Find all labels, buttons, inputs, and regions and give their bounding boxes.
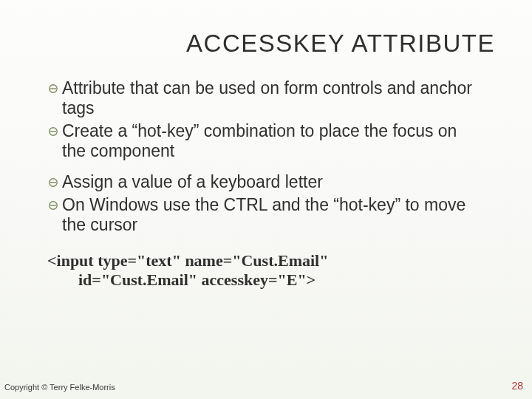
bullet-circle-icon bbox=[47, 200, 59, 211]
bullet-item: Create a “hot-key” combination to place … bbox=[47, 121, 474, 161]
bullet-text: On Windows use the CTRL and the “hot-key… bbox=[62, 195, 474, 235]
bullet-circle-icon bbox=[47, 83, 59, 95]
slide: ACCESSKEY ATTRIBUTE Attribute that can b… bbox=[0, 0, 532, 399]
code-line: <input type="text" name="Cust.Email" bbox=[47, 251, 474, 270]
bullet-text: Assign a value of a keyboard letter bbox=[62, 172, 474, 192]
page-number: 28 bbox=[511, 380, 523, 392]
slide-content: Attribute that can be used on form contr… bbox=[47, 78, 474, 290]
bullet-item: On Windows use the CTRL and the “hot-key… bbox=[47, 195, 474, 235]
bullet-circle-icon bbox=[47, 177, 59, 188]
bullet-text: Attribute that can be used on form contr… bbox=[62, 78, 474, 118]
bullet-item: Attribute that can be used on form contr… bbox=[47, 78, 474, 118]
copyright-text: Copyright © Terry Felke-Morris bbox=[4, 383, 115, 392]
bullet-text: Create a “hot-key” combination to place … bbox=[62, 121, 474, 161]
bullet-item: Assign a value of a keyboard letter bbox=[47, 172, 474, 192]
code-line: id="Cust.Email" accesskey="E"> bbox=[78, 270, 474, 290]
code-example: <input type="text" name="Cust.Email" id=… bbox=[47, 251, 474, 290]
bullet-circle-icon bbox=[47, 126, 59, 137]
slide-title: ACCESSKEY ATTRIBUTE bbox=[186, 30, 495, 58]
